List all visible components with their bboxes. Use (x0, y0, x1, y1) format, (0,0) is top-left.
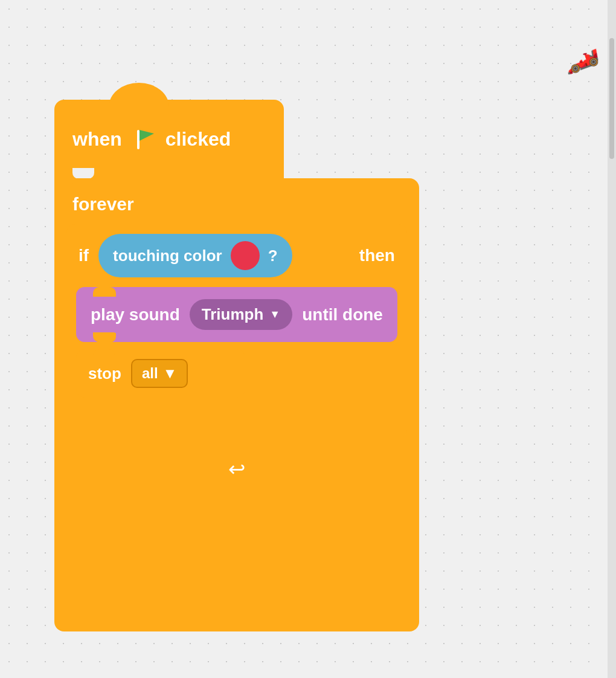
forever-label: forever (66, 188, 407, 215)
until-done-label: until done (302, 305, 383, 324)
play-sound-label: play sound (91, 305, 180, 324)
if-block-top: if touching color ? then (66, 224, 407, 287)
if-inner-content: play sound Triumph ▼ until done (66, 287, 407, 407)
clicked-label: clicked (165, 128, 231, 150)
flag-icon (130, 126, 157, 152)
when-clicked-content: when clicked (54, 100, 284, 178)
touching-color-label: touching color (113, 247, 222, 265)
when-clicked-block[interactable]: when clicked (54, 100, 284, 178)
stop-option: all (142, 365, 158, 382)
stop-top-notch (93, 349, 115, 359)
when-label: when (72, 128, 122, 150)
stop-wrapper: stop all ▼ (76, 349, 397, 398)
stop-dropdown[interactable]: all ▼ (131, 359, 188, 388)
play-sound-wrapper: play sound Triumph ▼ until done (76, 287, 397, 342)
svg-marker-1 (140, 130, 154, 141)
play-sound-top-notch (93, 287, 115, 297)
if-close-bar (66, 407, 407, 437)
then-label: then (359, 246, 395, 265)
forever-block[interactable]: forever if touching color ? then (54, 178, 419, 631)
stop-dropdown-arrow-icon: ▼ (163, 365, 178, 382)
stop-label: stop (88, 364, 121, 383)
blocks-container: when clicked forever if touching co (54, 100, 419, 631)
scrollbar[interactable] (608, 0, 616, 678)
play-sound-bottom-notch (93, 332, 115, 342)
forever-bottom: ↩ (66, 447, 407, 487)
dropdown-arrow-icon: ▼ (269, 308, 280, 321)
svg-rect-0 (137, 130, 140, 149)
scrollbar-thumb[interactable] (609, 38, 614, 159)
question-mark: ? (268, 247, 278, 265)
sound-name: Triumph (202, 305, 264, 324)
if-label: if (79, 246, 89, 265)
sound-dropdown[interactable]: Triumph ▼ (190, 299, 292, 330)
color-circle-red[interactable] (231, 241, 260, 270)
touching-color-condition[interactable]: touching color ? (98, 234, 292, 277)
if-then-block[interactable]: if touching color ? then play sound (66, 224, 407, 437)
forever-arrow-icon: ↩ (228, 457, 245, 481)
play-sound-block[interactable]: play sound Triumph ▼ until done (76, 287, 397, 342)
